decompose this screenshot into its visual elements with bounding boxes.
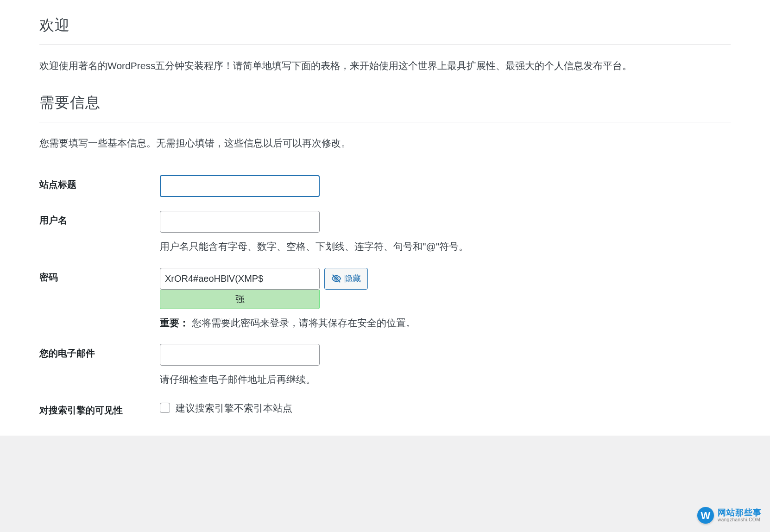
email-description: 请仔细检查电子邮件地址后再继续。 [160,372,726,387]
important-text: 您将需要此密码来登录，请将其保存在安全的位置。 [192,317,416,328]
visibility-checkbox-label: 建议搜索引擎不索引本站点 [176,401,292,416]
password-wrapper: 隐藏 [160,268,726,290]
install-form-table: 站点标题 用户名 用户名只能含有字母、数字、空格、下划线、连字符、句号和"@"符… [39,168,731,426]
info-needed-heading: 需要信息 [39,91,731,122]
eye-slash-icon [331,273,341,284]
password-label: 密码 [39,261,160,337]
visibility-checkbox-row: 建议搜索引擎不索引本站点 [160,401,726,416]
email-row: 您的电子邮件 请仔细检查电子邮件地址后再继续。 [39,337,731,394]
email-label: 您的电子邮件 [39,337,160,394]
install-form-container: 欢迎 欢迎使用著名的WordPress五分钟安装程序！请简单地填写下面的表格，来… [0,0,770,436]
username-label: 用户名 [39,204,160,261]
visibility-row: 对搜索引擎的可见性 建议搜索引擎不索引本站点 [39,394,731,426]
email-input[interactable] [160,344,320,366]
password-row: 密码 隐藏 强 重要： 您将需要此密码来登录 [39,261,731,337]
site-title-input[interactable] [160,175,320,197]
username-row: 用户名 用户名只能含有字母、数字、空格、下划线、连字符、句号和"@"符号。 [39,204,731,261]
visibility-checkbox[interactable] [160,403,170,413]
username-input[interactable] [160,211,320,233]
username-description: 用户名只能含有字母、数字、空格、下划线、连字符、句号和"@"符号。 [160,239,726,254]
visibility-label: 对搜索引擎的可见性 [39,394,160,426]
welcome-intro-text: 欢迎使用著名的WordPress五分钟安装程序！请简单地填写下面的表格，来开始使… [39,58,731,74]
password-strength-indicator: 强 [160,290,320,309]
password-important-note: 重要： 您将需要此密码来登录，请将其保存在安全的位置。 [160,316,726,330]
info-intro-text: 您需要填写一些基本信息。无需担心填错，这些信息以后可以再次修改。 [39,135,731,151]
site-title-label: 站点标题 [39,168,160,204]
hide-password-button[interactable]: 隐藏 [324,268,368,290]
site-title-row: 站点标题 [39,168,731,204]
password-input[interactable] [160,268,320,290]
hide-button-label: 隐藏 [344,273,361,284]
important-label: 重要： [160,317,189,328]
welcome-heading: 欢迎 [39,14,731,45]
